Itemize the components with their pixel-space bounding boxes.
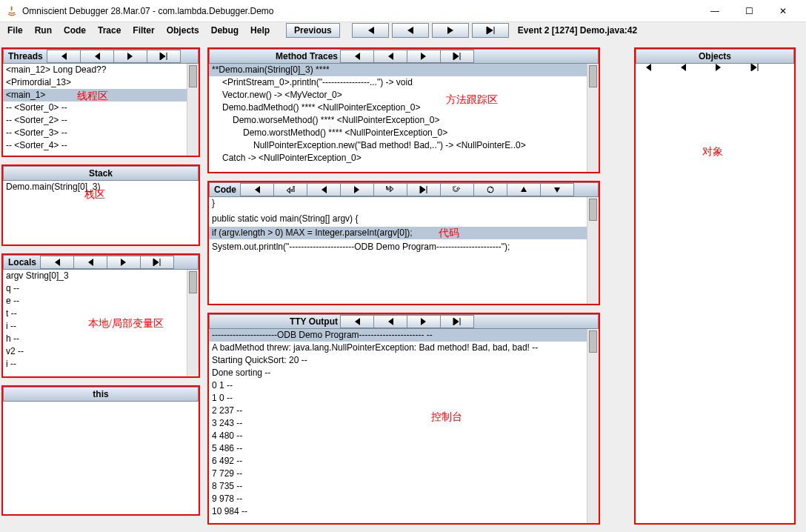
traces-prev-button[interactable] xyxy=(373,50,407,63)
list-item[interactable]: h -- xyxy=(3,333,187,345)
menu-filter[interactable]: Filter xyxy=(128,24,159,37)
code-refresh-button[interactable] xyxy=(440,183,474,196)
menu-objects[interactable]: Objects xyxy=(162,24,204,37)
list-item[interactable]: q -- xyxy=(3,282,187,295)
list-item[interactable]: } xyxy=(209,197,587,210)
close-button[interactable]: ✕ xyxy=(766,0,800,22)
nav-first-button[interactable] xyxy=(352,23,389,38)
code-scrollbar[interactable] xyxy=(587,197,599,304)
list-item[interactable]: NullPointerException.new("Bad method! Ba… xyxy=(209,139,587,152)
stack-list[interactable]: Demo.main(String[0]_3) xyxy=(3,181,199,245)
list-item[interactable]: -- <Sorter_0> -- xyxy=(3,102,187,114)
list-item[interactable]: A badMethod threw: java.lang.NullPointer… xyxy=(209,342,587,354)
code-list[interactable]: } public static void main(String[] argv)… xyxy=(209,197,587,304)
list-item[interactable]: 1 0 -- xyxy=(209,392,587,405)
list-item[interactable]: ----------------------ODB Demo Program--… xyxy=(209,329,587,342)
menu-trace[interactable]: Trace xyxy=(93,24,125,37)
list-item[interactable]: Demo.worstMethod() **** <NullPointerExce… xyxy=(209,127,587,139)
threads-list[interactable]: <main_12> Long Dead??<Primordial_13><mai… xyxy=(3,64,187,156)
locals-list[interactable]: argv String[0]_3q --e --t --i --h --v2 -… xyxy=(3,270,187,376)
list-item[interactable]: Catch -> <NullPointerException_0> xyxy=(209,152,587,164)
threads-last-button[interactable] xyxy=(147,50,181,63)
list-item[interactable]: 7 729 -- xyxy=(209,468,587,480)
list-item[interactable]: **Demo.main(String[0]_3) **** xyxy=(209,64,587,76)
threads-scrollbar[interactable] xyxy=(187,64,199,156)
objects-prev-button[interactable] xyxy=(679,64,715,79)
code-stepout-button[interactable] xyxy=(373,183,407,196)
code-down-button[interactable] xyxy=(540,183,574,196)
traces-list[interactable]: **Demo.main(String[0]_3) ****<PrintStrea… xyxy=(209,64,587,172)
traces-last-button[interactable] xyxy=(440,50,474,63)
list-item[interactable]: -- <Sorter_4> -- xyxy=(3,139,187,152)
threads-next-button[interactable] xyxy=(113,50,147,63)
threads-prev-button[interactable] xyxy=(80,50,114,63)
tty-next-button[interactable] xyxy=(407,315,441,328)
list-item[interactable]: Demo.badMethod() **** <NullPointerExcept… xyxy=(209,102,587,114)
code-next-button[interactable] xyxy=(340,183,374,196)
code-return-button[interactable] xyxy=(273,183,307,196)
traces-scrollbar[interactable] xyxy=(587,64,599,172)
list-item[interactable]: Starting QuickSort: 20 -- xyxy=(209,354,587,367)
list-item[interactable]: System.out.println("--------------------… xyxy=(209,241,587,253)
locals-first-button[interactable] xyxy=(40,256,74,269)
this-list[interactable] xyxy=(3,402,199,514)
threads-first-button[interactable] xyxy=(47,50,81,63)
list-item[interactable]: 6 492 -- xyxy=(209,455,587,468)
list-item[interactable]: e -- xyxy=(3,295,187,307)
locals-prev-button[interactable] xyxy=(73,256,107,269)
list-item[interactable]: Vector.new() -> <MyVector_0> xyxy=(209,89,587,102)
locals-scrollbar[interactable] xyxy=(187,270,199,376)
tty-prev-button[interactable] xyxy=(373,315,407,328)
objects-last-button[interactable] xyxy=(750,64,786,79)
list-item[interactable]: 5 486 -- xyxy=(209,442,587,455)
list-item[interactable]: <PrintStream_0>.println("---------------… xyxy=(209,76,587,89)
minimize-button[interactable]: — xyxy=(698,0,732,22)
traces-first-button[interactable] xyxy=(340,50,374,63)
list-item[interactable]: 8 735 -- xyxy=(209,480,587,493)
tty-first-button[interactable] xyxy=(340,315,374,328)
list-item[interactable]: 0 1 -- xyxy=(209,379,587,392)
nav-last-button[interactable] xyxy=(472,23,509,38)
nav-next-button[interactable] xyxy=(432,23,469,38)
list-item[interactable]: <Primordial_13> xyxy=(3,76,187,89)
list-item[interactable]: 3 243 -- xyxy=(209,417,587,430)
list-item[interactable]: -- <Sorter_2> -- xyxy=(3,114,187,127)
list-item[interactable]: <main_1> xyxy=(3,89,187,102)
traces-next-button[interactable] xyxy=(407,50,441,63)
list-item[interactable]: t -- xyxy=(3,307,187,320)
tty-list[interactable]: ----------------------ODB Demo Program--… xyxy=(209,329,587,523)
code-reload-button[interactable] xyxy=(473,183,507,196)
code-prev-button[interactable] xyxy=(307,183,341,196)
menu-help[interactable]: Help xyxy=(246,24,274,37)
locals-next-button[interactable] xyxy=(107,256,141,269)
list-item[interactable]: <main_12> Long Dead?? xyxy=(3,64,187,76)
menu-code[interactable]: Code xyxy=(59,24,90,37)
list-item[interactable]: if (argv.length > 0) MAX = Integer.parse… xyxy=(209,227,587,239)
objects-first-button[interactable] xyxy=(644,64,679,79)
list-item[interactable]: 4 480 -- xyxy=(209,430,587,442)
list-item[interactable]: Demo.worseMethod() **** <NullPointerExce… xyxy=(209,114,587,127)
tty-last-button[interactable] xyxy=(440,315,474,328)
list-item[interactable]: 10 984 -- xyxy=(209,505,587,518)
list-item[interactable]: argv String[0]_3 xyxy=(3,270,187,282)
list-item[interactable]: i -- xyxy=(3,358,187,370)
code-up-button[interactable] xyxy=(507,183,541,196)
list-item[interactable]: v2 -- xyxy=(3,345,187,358)
previous-button[interactable]: Previous xyxy=(286,23,340,38)
code-first-button[interactable] xyxy=(240,183,274,196)
list-item[interactable]: public static void main(String[] argv) { xyxy=(209,213,587,225)
list-item[interactable]: Done sorting -- xyxy=(209,367,587,379)
objects-next-button[interactable] xyxy=(715,64,750,79)
list-item[interactable]: Demo.main(String[0]_3) xyxy=(3,181,199,193)
locals-last-button[interactable] xyxy=(140,256,174,269)
menu-debug[interactable]: Debug xyxy=(207,24,243,37)
list-item[interactable]: i -- xyxy=(3,320,187,333)
tty-scrollbar[interactable] xyxy=(587,329,599,523)
menu-run[interactable]: Run xyxy=(30,24,56,37)
nav-prev-button[interactable] xyxy=(392,23,429,38)
objects-list[interactable] xyxy=(636,80,794,523)
menu-file[interactable]: File xyxy=(3,24,27,37)
maximize-button[interactable]: ☐ xyxy=(732,0,766,22)
code-last-button[interactable] xyxy=(407,183,441,196)
list-item[interactable]: -- <Sorter_3> -- xyxy=(3,127,187,139)
